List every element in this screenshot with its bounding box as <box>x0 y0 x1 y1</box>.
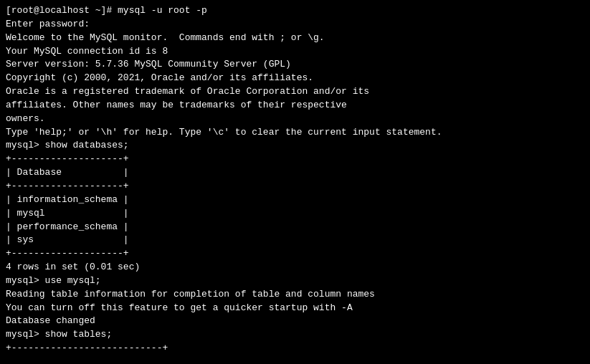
terminal-line: Type 'help;' or '\h' for help. Type '\c'… <box>6 126 584 140</box>
terminal-line: Your MySQL connection id is 8 <box>6 45 584 59</box>
terminal-line: +--------------------+ <box>6 180 584 193</box>
terminal-line: +--------------------+ <box>6 247 584 261</box>
terminal-line: Enter password: <box>6 18 584 32</box>
terminal-output: [root@localhost ~]# mysql -u root -pEnte… <box>6 4 584 355</box>
terminal-line: | Database | <box>6 166 584 180</box>
terminal-line: owners. <box>6 112 584 126</box>
terminal-line: +--------------------+ <box>6 153 584 166</box>
terminal-line: Oracle is a registered trademark of Orac… <box>6 85 584 99</box>
terminal-line: | information_schema | <box>6 193 584 207</box>
terminal-line: You can turn off this feature to get a q… <box>6 302 584 315</box>
terminal-line: affiliates. Other names may be trademark… <box>6 99 584 112</box>
terminal-line: Copyright (c) 2000, 2021, Oracle and/or … <box>6 72 584 85</box>
terminal-line: mysql> show databases; <box>6 139 584 153</box>
terminal-line: mysql> use mysql; <box>6 274 584 288</box>
terminal-line: | performance_schema | <box>6 221 584 234</box>
terminal-line: | sys | <box>6 234 584 247</box>
terminal-line: mysql> show tables; <box>6 328 584 342</box>
terminal-line: [root@localhost ~]# mysql -u root -p <box>6 4 584 18</box>
terminal-line: | mysql | <box>6 207 584 221</box>
terminal-line: +---------------------------+ <box>6 342 584 355</box>
terminal-line: Welcome to the MySQL monitor. Commands e… <box>6 32 584 45</box>
terminal-window[interactable]: [root@localhost ~]# mysql -u root -pEnte… <box>0 0 590 364</box>
terminal-line: Reading table information for completion… <box>6 288 584 302</box>
terminal-line: Server version: 5.7.36 MySQL Community S… <box>6 58 584 72</box>
terminal-line: Database changed <box>6 315 584 328</box>
terminal-line: 4 rows in set (0.01 sec) <box>6 261 584 274</box>
